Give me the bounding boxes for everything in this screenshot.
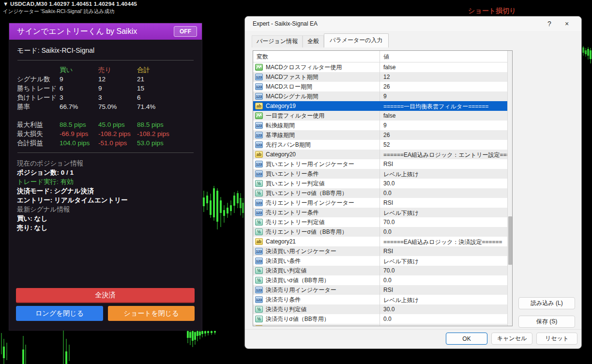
parameter-row[interactable]: ½決済売りσ値（BB専用）0.0: [253, 314, 507, 324]
parameter-name: 決済買い条件: [266, 257, 301, 265]
parameter-name-cell: 123決済買い用インジケーター: [253, 246, 379, 256]
param-type-double-icon: ½: [255, 228, 263, 235]
param-type-int-icon: 123: [255, 296, 263, 303]
reset-button[interactable]: リセット: [536, 333, 577, 345]
param-type-int-icon: 123: [255, 248, 263, 255]
parameter-row[interactable]: ½買いエントリーσ値（BB専用）0.0: [253, 188, 507, 198]
parameter-name: MACDクロスフィルター使用: [266, 63, 342, 72]
cancel-button[interactable]: キャンセル: [491, 333, 532, 345]
indicator-status: インジケーター 'Saikix-RCI-Signal' 読み込み成功: [3, 8, 137, 15]
pips-value: 53.0 pips: [137, 138, 194, 148]
save-button[interactable]: 保存 (S): [518, 316, 575, 328]
parameter-name-cell: 123決済売り条件: [253, 295, 379, 304]
parameter-row[interactable]: 123売りエントリー用インジケーターRSI: [253, 198, 507, 208]
param-type-int-icon: 123: [255, 161, 263, 167]
parameter-name-cell: ½買いエントリー判定値: [253, 179, 379, 188]
parameter-value: ======EA組込みロジック：エントリー設定===...: [379, 150, 507, 159]
parameter-value: 9: [379, 91, 507, 101]
position-info: 現在のポジション情報ポジション数: 0 / 1トレード実行: 有効決済モード: …: [17, 159, 194, 232]
help-icon[interactable]: ?: [541, 20, 558, 28]
info-line: 買い: なし: [17, 214, 194, 223]
stats-col-header: 売り: [98, 65, 137, 75]
tab-version[interactable]: バージョン情報: [252, 35, 303, 47]
parameter-row[interactable]: ½買いエントリー判定値30.0: [253, 179, 507, 188]
parameter-row[interactable]: 123買いエントリー条件レベル上抜け: [253, 169, 507, 179]
stats-value: 71.4%: [137, 102, 194, 111]
parameter-name: 決済売り判定値: [266, 305, 306, 314]
tab-common[interactable]: 全般: [303, 35, 324, 47]
scrollbar-thumb[interactable]: [508, 216, 512, 265]
parameter-row[interactable]: abCategory20======EA組込みロジック：エントリー設定===..…: [253, 150, 507, 159]
parameter-value: 0.0: [379, 314, 507, 324]
pips-value: -108.2 pips: [98, 129, 137, 138]
ok-button[interactable]: OK: [446, 333, 487, 345]
parameter-row[interactable]: ½決済売り判定値30.0: [253, 304, 507, 314]
info-line: 売り: なし: [17, 223, 194, 232]
parameter-value: false: [379, 111, 507, 121]
parameter-name: 買いエントリーσ値（BB専用）: [266, 189, 348, 197]
parameter-row[interactable]: 123MACDスロー期間26: [253, 82, 507, 91]
parameter-name: Category21: [266, 238, 296, 245]
param-type-int-icon: 123: [255, 287, 263, 293]
parameter-name-cell: 123買いエントリー用インジケーター: [253, 159, 379, 169]
parameter-name: 先行スパンB期間: [266, 141, 311, 149]
parameter-table-header: 変数 値: [253, 51, 512, 62]
parameter-row[interactable]: 123買いエントリー用インジケーターRSI: [253, 159, 507, 169]
close-short-button[interactable]: ショートを閉じる: [108, 306, 195, 321]
parameter-row[interactable]: ab: [253, 324, 507, 326]
tab-inputs[interactable]: パラメーターの入力: [324, 33, 388, 47]
parameter-name-cell: abCategory20: [253, 150, 379, 159]
parameter-row[interactable]: ½売りエントリー判定値70.0: [253, 217, 507, 227]
stats-value: 15: [137, 84, 194, 93]
parameter-row[interactable]: 123決済売り用インジケーターRSI: [253, 285, 507, 295]
table-scrollbar[interactable]: [507, 51, 512, 326]
close-all-button[interactable]: 全決済: [16, 288, 195, 303]
parameter-row[interactable]: 123MACDファスト期間12: [253, 72, 507, 82]
stats-row-label: 負けトレード: [17, 93, 60, 102]
param-type-int-icon: 123: [255, 170, 263, 177]
parameter-value: ======EA組込みロジック：決済設定======: [379, 237, 507, 246]
parameter-row[interactable]: abCategory21======EA組込みロジック：決済設定======: [253, 237, 507, 246]
divider: [17, 60, 194, 61]
panel-body: モード: Saikix-RCI-Signal 買い売り合計シグナル数91221勝…: [9, 40, 202, 330]
close-long-button[interactable]: ロングを閉じる: [16, 306, 103, 321]
parameter-name: 売りエントリーσ値（BB専用）: [266, 228, 348, 236]
param-type-double-icon: ½: [255, 219, 263, 226]
parameter-row[interactable]: MACDクロスフィルター使用false: [253, 62, 507, 72]
pips-value: -66.9 pips: [60, 129, 98, 138]
close-icon[interactable]: ×: [558, 20, 576, 28]
parameter-row[interactable]: 123転換線期間9: [253, 121, 507, 130]
parameter-row[interactable]: ½売りエントリーσ値（BB専用）0.0: [253, 227, 507, 237]
stats-value: 75.0%: [98, 102, 137, 111]
parameter-value: RSI: [379, 246, 507, 256]
parameter-name-cell: 123MACDシグナル期間: [253, 91, 379, 101]
parameter-row[interactable]: ½決済買いσ値（BB専用）0.0: [253, 275, 507, 285]
parameter-row[interactable]: 123MACDシグナル期間9: [253, 91, 507, 101]
parameter-row[interactable]: 123売りエントリー条件レベル下抜け: [253, 208, 507, 217]
panel-off-toggle[interactable]: OFF: [174, 26, 197, 37]
parameter-row[interactable]: 123決済売り条件レベル上抜け: [253, 295, 507, 304]
parameter-name-cell: 123転換線期間: [253, 121, 379, 130]
parameter-row[interactable]: 123先行スパンB期間52: [253, 140, 507, 150]
parameter-row[interactable]: 123決済買い用インジケーターRSI: [253, 246, 507, 256]
parameter-name: Category20: [266, 151, 296, 158]
parameter-table: 変数 値 MACDクロスフィルター使用false123MACDファスト期間121…: [253, 50, 513, 326]
parameter-value: 30.0: [379, 304, 507, 314]
parameter-row[interactable]: 一目雲フィルター使用false: [253, 111, 507, 121]
param-type-int-icon: 123: [255, 122, 263, 129]
parameter-name: 売りエントリー用インジケーター: [266, 199, 354, 207]
load-button[interactable]: 読み込み (L): [518, 297, 575, 309]
parameter-name-cell: ½決済買いσ値（BB専用）: [253, 275, 379, 285]
parameter-row[interactable]: 123決済買い条件レベル下抜け: [253, 256, 507, 266]
parameter-name-cell: MACDクロスフィルター使用: [253, 62, 379, 72]
parameter-row[interactable]: abCategory19======一目均衡表雲フィルター======: [253, 101, 507, 111]
parameter-name-cell: 123売りエントリー用インジケーター: [253, 198, 379, 208]
parameter-name: 決済売りσ値（BB専用）: [266, 315, 330, 323]
param-type-int-icon: 123: [255, 83, 263, 90]
signal-panel: サインでエントリーくん by Saikix OFF モード: Saikix-RC…: [9, 23, 202, 331]
parameter-row[interactable]: ½決済買い判定値70.0: [253, 266, 507, 275]
parameter-name-cell: ½決済買い判定値: [253, 266, 379, 275]
parameter-name-cell: 123MACDファスト期間: [253, 72, 379, 82]
dialog-titlebar[interactable]: Expert - Saikix-Signal EA ? ×: [245, 16, 581, 31]
parameter-row[interactable]: 123基準線期間26: [253, 130, 507, 140]
